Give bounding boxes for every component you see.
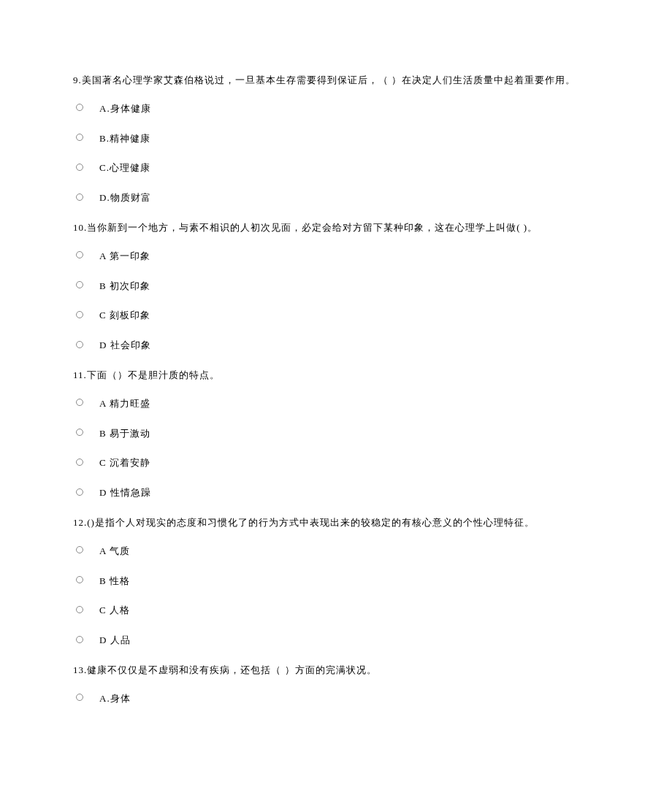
radio-icon[interactable]	[76, 694, 83, 701]
option-row[interactable]: C.心理健康	[73, 161, 599, 176]
radio-icon[interactable]	[76, 546, 83, 553]
radio-icon[interactable]	[76, 576, 83, 583]
option-label: A.身体	[99, 691, 131, 707]
radio-icon[interactable]	[76, 488, 83, 496]
radio-icon[interactable]	[76, 459, 83, 466]
option-label: B 易于激动	[99, 426, 150, 442]
option-row[interactable]: B 性格	[73, 574, 599, 589]
question-text: 10.当你新到一个地方，与素不相识的人初次见面，必定会给对方留下某种印象，这在心…	[73, 220, 599, 236]
option-row[interactable]: D 性情急躁	[73, 486, 599, 501]
option-label: B 性格	[99, 574, 130, 589]
radio-icon[interactable]	[76, 104, 83, 111]
option-row[interactable]: A.身体	[73, 691, 599, 707]
option-label: C 沉着安静	[99, 456, 150, 471]
option-row[interactable]: B 初次印象	[73, 279, 599, 294]
option-label: D 社会印象	[99, 338, 151, 353]
question-number: 13.	[73, 664, 87, 675]
option-label: A 气质	[99, 544, 130, 559]
option-row[interactable]: A.身体健康	[73, 101, 599, 117]
radio-icon[interactable]	[76, 311, 83, 318]
question-number: 11.	[73, 369, 87, 380]
option-label: B 初次印象	[99, 279, 150, 294]
option-label: D 性情急躁	[99, 486, 151, 501]
radio-icon[interactable]	[76, 606, 83, 613]
option-row[interactable]: C 人格	[73, 603, 599, 618]
option-row[interactable]: A 精力旺盛	[73, 396, 599, 412]
question-text: 11.下面（）不是胆汁质的特点。	[73, 368, 599, 383]
question-body: 当你新到一个地方，与素不相识的人初次见面，必定会给对方留下某种印象，这在心理学上…	[87, 222, 538, 233]
option-label: A 精力旺盛	[99, 396, 150, 412]
option-label: D 人品	[99, 633, 131, 648]
radio-icon[interactable]	[76, 164, 83, 171]
radio-icon[interactable]	[76, 251, 83, 258]
question-body: 美国著名心理学家艾森伯格说过，一旦基本生存需要得到保证后，（ ）在决定人们生活质…	[82, 74, 576, 85]
option-label: C.心理健康	[99, 161, 150, 176]
question-body: ()是指个人对现实的态度和习惯化了的行为方式中表现出来的较稳定的有核心意义的个性…	[87, 517, 535, 528]
option-row[interactable]: A 气质	[73, 544, 599, 559]
option-row[interactable]: B 易于激动	[73, 426, 599, 442]
option-row[interactable]: C 刻板印象	[73, 308, 599, 323]
question-body: 下面（）不是胆汁质的特点。	[87, 369, 220, 380]
radio-icon[interactable]	[76, 134, 83, 141]
option-label: C 人格	[99, 603, 130, 618]
option-label: A 第一印象	[99, 249, 150, 264]
option-label: C 刻板印象	[99, 308, 150, 323]
radio-icon[interactable]	[76, 399, 83, 406]
document-page: 9.美国著名心理学家艾森伯格说过，一旦基本生存需要得到保证后，（ ）在决定人们生…	[0, 0, 672, 751]
option-row[interactable]: B.精神健康	[73, 131, 599, 147]
question-number: 10.	[73, 222, 87, 233]
question-number: 9.	[73, 74, 82, 85]
option-row[interactable]: A 第一印象	[73, 249, 599, 264]
radio-icon[interactable]	[76, 429, 83, 436]
question-text: 12.()是指个人对现实的态度和习惯化了的行为方式中表现出来的较稳定的有核心意义…	[73, 515, 599, 531]
radio-icon[interactable]	[76, 341, 83, 348]
option-label: B.精神健康	[99, 131, 150, 147]
question-text: 9.美国著名心理学家艾森伯格说过，一旦基本生存需要得到保证后，（ ）在决定人们生…	[73, 73, 599, 88]
question-body: 健康不仅仅是不虚弱和没有疾病，还包括（ ）方面的完满状况。	[87, 664, 376, 675]
question-text: 13.健康不仅仅是不虚弱和没有疾病，还包括（ ）方面的完满状况。	[73, 663, 599, 678]
radio-icon[interactable]	[76, 636, 83, 643]
option-row[interactable]: D.物质财富	[73, 191, 599, 206]
option-row[interactable]: D 人品	[73, 633, 599, 648]
radio-icon[interactable]	[76, 281, 83, 288]
option-row[interactable]: D 社会印象	[73, 338, 599, 353]
radio-icon[interactable]	[76, 193, 83, 201]
option-label: A.身体健康	[99, 101, 151, 117]
option-label: D.物质财富	[99, 191, 151, 206]
question-number: 12.	[73, 517, 87, 528]
option-row[interactable]: C 沉着安静	[73, 456, 599, 471]
